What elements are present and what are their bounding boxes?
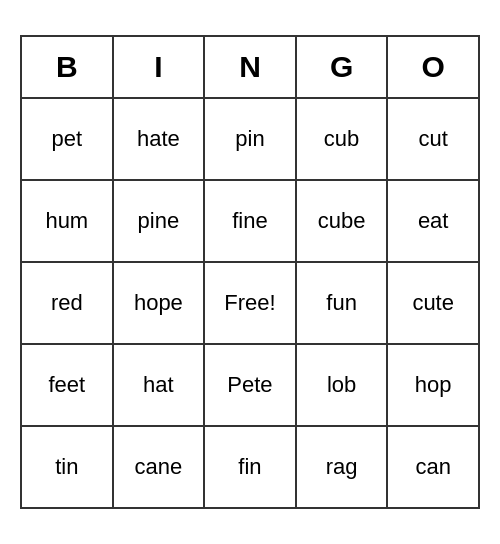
bingo-cell-r3-c4: fun — [297, 263, 389, 343]
bingo-cell-r2-c5: eat — [388, 181, 478, 261]
bingo-cell-r5-c4: rag — [297, 427, 389, 507]
bingo-cell-r1-c3: pin — [205, 99, 297, 179]
bingo-cell-r1-c5: cut — [388, 99, 478, 179]
bingo-row-3: redhopeFree!funcute — [22, 263, 478, 345]
bingo-cell-r3-c3: Free! — [205, 263, 297, 343]
header-cell-i: I — [114, 37, 206, 97]
bingo-cell-r4-c5: hop — [388, 345, 478, 425]
bingo-cell-r2-c1: hum — [22, 181, 114, 261]
bingo-cell-r4-c4: lob — [297, 345, 389, 425]
bingo-cell-r3-c1: red — [22, 263, 114, 343]
bingo-cell-r5-c2: cane — [114, 427, 206, 507]
header-row: BINGO — [22, 37, 478, 99]
header-cell-n: N — [205, 37, 297, 97]
header-cell-o: O — [388, 37, 478, 97]
bingo-cell-r3-c2: hope — [114, 263, 206, 343]
header-cell-g: G — [297, 37, 389, 97]
bingo-cell-r4-c1: feet — [22, 345, 114, 425]
bingo-cell-r1-c4: cub — [297, 99, 389, 179]
bingo-row-1: pethatepincubcut — [22, 99, 478, 181]
bingo-cell-r2-c3: fine — [205, 181, 297, 261]
bingo-card: BINGO pethatepincubcuthumpinefinecubeeat… — [20, 35, 480, 509]
bingo-cell-r3-c5: cute — [388, 263, 478, 343]
header-cell-b: B — [22, 37, 114, 97]
bingo-row-2: humpinefinecubeeat — [22, 181, 478, 263]
bingo-cell-r5-c3: fin — [205, 427, 297, 507]
bingo-row-4: feethatPetelobhop — [22, 345, 478, 427]
bingo-cell-r2-c2: pine — [114, 181, 206, 261]
bingo-cell-r4-c2: hat — [114, 345, 206, 425]
bingo-cell-r5-c1: tin — [22, 427, 114, 507]
bingo-row-5: tincanefinragcan — [22, 427, 478, 507]
bingo-cell-r4-c3: Pete — [205, 345, 297, 425]
bingo-cell-r2-c4: cube — [297, 181, 389, 261]
bingo-cell-r1-c1: pet — [22, 99, 114, 179]
bingo-cell-r5-c5: can — [388, 427, 478, 507]
bingo-cell-r1-c2: hate — [114, 99, 206, 179]
